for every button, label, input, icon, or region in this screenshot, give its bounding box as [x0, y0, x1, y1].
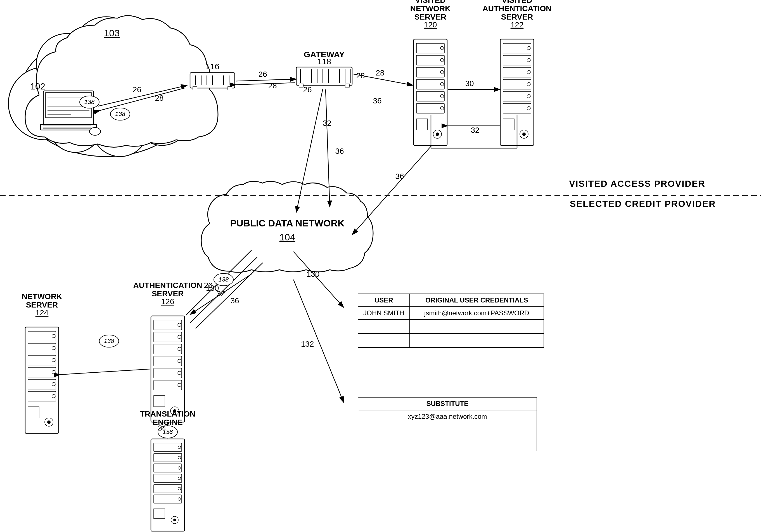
num-26-lr: 26 [133, 85, 141, 94]
svg-rect-48 [416, 55, 444, 65]
svg-rect-31 [193, 87, 197, 90]
table-cell-sub-empty-2 [358, 437, 537, 451]
svg-rect-98 [154, 356, 182, 366]
svg-point-77 [522, 133, 526, 136]
svg-rect-116 [154, 495, 182, 503]
svg-rect-99 [154, 368, 182, 378]
vns-120-label-l1: VISITED [415, 0, 446, 4]
svg-rect-49 [416, 67, 444, 77]
visited-network-server-120: VISITED NETWORK SERVER 120 [410, 0, 451, 146]
svg-rect-97 [154, 344, 182, 354]
svg-rect-33 [296, 67, 352, 85]
num-30-vns-vas: 30 [465, 79, 474, 88]
cloud-104: PUBLIC DATA NETWORK 104 [201, 181, 373, 272]
table-cell-xyz123: xyz123@aaa.network.com [358, 410, 537, 423]
num-34: 34 [158, 424, 166, 432]
svg-rect-96 [154, 332, 182, 342]
svg-rect-79 [28, 331, 56, 341]
num-26-gw: 26 [303, 85, 312, 94]
svg-rect-80 [28, 343, 56, 353]
svg-rect-112 [154, 453, 182, 462]
table-cell-john-smith: JOHN SMITH [358, 307, 410, 320]
table-cell-empty-2a [358, 333, 410, 347]
svg-rect-44 [299, 84, 303, 87]
vas-122-label-l2: AUTHENTICATION [483, 4, 552, 13]
pdn-label-line2: 104 [279, 232, 295, 242]
ns-124-label-l2: SERVER [26, 301, 58, 309]
svg-rect-68 [503, 103, 531, 113]
table-cell-empty-1a [358, 320, 410, 333]
arrow-gateway-router [236, 83, 295, 85]
svg-point-93 [47, 420, 51, 424]
badge-138-laptop-2: 138 [115, 110, 126, 117]
svg-rect-114 [154, 474, 182, 483]
num-26-as-pdn: 26 [204, 281, 212, 290]
substitute-table: SUBSTITUTE xyz123@aaa.network.com [358, 397, 537, 451]
network-server-124: NETWORK SERVER 124 [22, 292, 62, 433]
table-header-credentials: ORIGINAL USER CREDENTIALS [410, 294, 544, 307]
main-diagram-svg: 103 PUBLIC DATA NETWORK 104 [0, 0, 761, 532]
vas-122-label-l1: VISITED [502, 0, 532, 4]
as-126-label-l1: AUTHENTICATION [133, 281, 202, 290]
section-selected-credit: SELECTED CREDIT PROVIDER [570, 199, 716, 209]
cloud-103-label: 103 [104, 28, 120, 38]
num-28-lr: 28 [155, 94, 163, 102]
arrow-vns-pdn [352, 146, 432, 235]
num-132-label: 132 [301, 340, 314, 348]
badge-138-ns: 138 [104, 337, 114, 344]
num-36-gw: 36 [335, 147, 344, 155]
laptop-label: 102 [30, 81, 45, 91]
svg-rect-64 [503, 55, 531, 65]
section-visited-access: VISITED ACCESS PROVIDER [569, 179, 705, 189]
te-128-label-l1: TRANSLATION [140, 410, 196, 418]
svg-rect-65 [503, 67, 531, 77]
svg-rect-50 [416, 80, 444, 89]
svg-rect-63 [503, 43, 531, 53]
as-126-label-l2: SERVER [152, 289, 184, 298]
pdn-label-line1: PUBLIC DATA NETWORK [230, 218, 345, 228]
svg-rect-51 [416, 91, 444, 101]
num-28-gv: 28 [376, 69, 384, 77]
table-cell-empty-2b [410, 333, 544, 347]
arrow-router-gateway [236, 79, 296, 81]
num-26-rg: 26 [258, 70, 267, 79]
diagram-container: 103 PUBLIC DATA NETWORK 104 [0, 0, 761, 532]
vns-120-label-l3: SERVER [414, 13, 446, 21]
svg-rect-67 [503, 91, 531, 101]
svg-rect-83 [28, 380, 56, 389]
svg-rect-111 [154, 443, 182, 451]
svg-rect-52 [416, 103, 444, 113]
svg-rect-84 [28, 391, 56, 401]
original-credentials-table: USER ORIGINAL USER CREDENTIALS JOHN SMIT… [358, 294, 544, 348]
gateway-118: GATEWAY 118 [296, 50, 352, 87]
num-36-as-pdn: 36 [230, 296, 239, 305]
as-126-num: 126 [161, 297, 174, 306]
svg-rect-81 [28, 355, 56, 365]
svg-rect-95 [154, 320, 182, 330]
num-28-right: 28 [356, 71, 365, 80]
vas-122-num: 122 [511, 21, 524, 29]
svg-rect-32 [228, 87, 232, 90]
svg-rect-66 [503, 80, 531, 89]
ns-124-num: 124 [35, 308, 49, 317]
badge-138-diag: 138 [218, 276, 229, 283]
num-130-label: 130 [307, 270, 320, 278]
svg-point-61 [436, 133, 439, 136]
svg-rect-100 [154, 380, 182, 390]
table-cell-sub-empty-1 [358, 423, 537, 437]
svg-rect-113 [154, 464, 182, 472]
gateway-label-line2: 118 [317, 57, 331, 66]
table-cell-empty-1b [410, 320, 544, 333]
svg-rect-115 [154, 485, 182, 493]
vns-120-num: 120 [424, 21, 437, 29]
svg-rect-45 [345, 84, 349, 87]
num-32-as-pdn: 32 [216, 289, 225, 298]
svg-rect-82 [28, 367, 56, 377]
table-header-user: USER [358, 294, 410, 307]
router-116-label: 116 [205, 62, 219, 71]
svg-point-125 [173, 519, 176, 521]
table-header-substitute: SUBSTITUTE [358, 397, 537, 410]
arrow-as-ns [60, 369, 150, 375]
svg-rect-47 [416, 43, 444, 53]
auth-server-126: AUTHENTICATION SERVER 126 [133, 281, 202, 422]
